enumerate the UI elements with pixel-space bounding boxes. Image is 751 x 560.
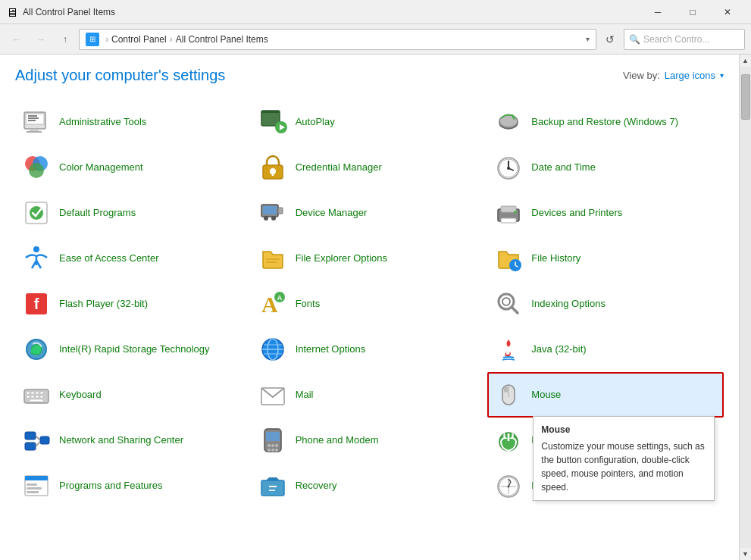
svg-rect-65: [40, 396, 43, 398]
up-button[interactable]: ↑: [55, 29, 76, 50]
view-by-arrow[interactable]: ▾: [720, 71, 724, 80]
device-manager-label: Device Manager: [296, 207, 368, 220]
recovery-icon: [258, 471, 288, 501]
credential-manager-label: Credential Manager: [296, 161, 382, 174]
svg-rect-77: [266, 432, 280, 441]
svg-rect-61: [40, 392, 43, 394]
items-grid: Administrative ToolsAutoPlayBackup and R…: [15, 99, 724, 508]
fonts-icon: AA: [258, 289, 288, 319]
item-administrative-tools[interactable]: Administrative Tools: [15, 99, 252, 145]
devices-printers-label: Devices and Printers: [531, 207, 622, 220]
item-devices-printers[interactable]: Devices and Printers: [487, 190, 724, 236]
color-management-icon: [21, 152, 52, 183]
svg-rect-62: [27, 396, 30, 398]
page-title: Adjust your computer's settings: [15, 67, 225, 84]
back-button[interactable]: ←: [6, 29, 27, 50]
mail-label: Mail: [296, 389, 314, 402]
recovery-label: Recovery: [296, 480, 337, 493]
scroll-thumb[interactable]: [741, 74, 750, 120]
mouse-tooltip: MouseCustomize your mouse settings, such…: [533, 416, 715, 501]
svg-point-81: [268, 449, 271, 452]
svg-point-24: [507, 167, 510, 170]
svg-rect-71: [25, 432, 36, 440]
internet-options-icon: [258, 334, 288, 364]
ease-of-access-icon: [21, 243, 52, 274]
content-header: Adjust your computer's settings View by:…: [15, 67, 724, 84]
svg-rect-60: [36, 392, 39, 394]
svg-rect-87: [25, 476, 48, 480]
flash-player-icon: f: [21, 289, 52, 319]
item-flash-player[interactable]: fFlash Player (32-bit): [15, 281, 252, 327]
view-by-control: View by: Large icons ▾: [623, 70, 724, 81]
item-default-programs[interactable]: Default Programs: [15, 190, 252, 236]
svg-rect-33: [501, 206, 516, 212]
file-explorer-options-label: File Explorer Options: [296, 252, 387, 265]
item-file-explorer-options[interactable]: File Explorer Options: [252, 236, 488, 281]
path-separator-1: ›: [105, 34, 108, 45]
search-icon: 🔍: [629, 34, 640, 45]
item-network-sharing[interactable]: Network and Sharing Center: [15, 418, 252, 463]
path-dropdown-arrow[interactable]: ▾: [586, 35, 590, 43]
svg-rect-8: [261, 111, 280, 113]
view-by-label: View by:: [623, 70, 660, 81]
scroll-up-button[interactable]: ▲: [740, 55, 752, 67]
phone-modem-icon: [258, 425, 288, 455]
item-intel-rapid-storage[interactable]: Intel(R) Rapid Storage Technology: [15, 327, 252, 372]
item-autoplay[interactable]: AutoPlay: [252, 99, 488, 145]
item-backup-restore[interactable]: Backup and Restore (Windows 7): [487, 99, 724, 145]
item-keyboard[interactable]: Keyboard: [15, 372, 252, 418]
refresh-button[interactable]: ↺: [599, 29, 621, 50]
default-programs-icon: [21, 198, 52, 228]
administrative-tools-label: Administrative Tools: [59, 116, 146, 129]
item-java[interactable]: Java (32-bit): [487, 327, 724, 372]
administrative-tools-icon: [21, 107, 52, 137]
minimize-button[interactable]: ─: [640, 0, 675, 24]
item-fonts[interactable]: AAFonts: [252, 281, 488, 327]
svg-text:f: f: [34, 296, 39, 312]
keyboard-label: Keyboard: [59, 389, 102, 402]
ease-of-access-label: Ease of Access Center: [59, 252, 159, 265]
forward-button[interactable]: →: [30, 29, 52, 50]
network-sharing-label: Network and Sharing Center: [59, 434, 183, 447]
default-programs-label: Default Programs: [59, 207, 136, 220]
view-by-value[interactable]: Large icons: [665, 70, 715, 81]
svg-rect-70: [504, 386, 508, 393]
item-indexing-options[interactable]: Indexing Options: [487, 281, 724, 327]
item-device-manager[interactable]: Device Manager: [252, 190, 488, 236]
intel-rapid-storage-icon: [21, 334, 52, 364]
mail-icon: [258, 380, 288, 410]
internet-options-label: Internet Options: [296, 343, 366, 356]
item-ease-of-access[interactable]: Ease of Access Center: [15, 236, 252, 281]
window-icon: 🖥: [6, 6, 18, 18]
mouse-icon: [493, 380, 524, 410]
svg-point-79: [271, 444, 274, 447]
item-recovery[interactable]: Recovery: [252, 463, 488, 508]
main-area: Adjust your computer's settings View by:…: [0, 55, 751, 560]
item-mouse[interactable]: MouseMouseCustomize your mouse settings,…: [487, 372, 724, 418]
tooltip-description: Customize your mouse settings, such as t…: [541, 440, 706, 494]
item-file-history[interactable]: File History: [487, 236, 724, 281]
item-programs-features[interactable]: Programs and Features: [15, 463, 252, 508]
scroll-down-button[interactable]: ▼: [740, 548, 752, 560]
address-path[interactable]: ⊞ › Control Panel › All Control Panel It…: [79, 29, 596, 50]
item-mail[interactable]: Mail: [252, 372, 488, 418]
svg-line-74: [36, 436, 40, 440]
scroll-track[interactable]: [740, 67, 751, 548]
device-manager-icon: [258, 198, 288, 228]
item-internet-options[interactable]: Internet Options: [252, 327, 488, 372]
intel-rapid-storage-label: Intel(R) Rapid Storage Technology: [59, 343, 210, 356]
item-phone-modem[interactable]: Phone and Modem: [252, 418, 488, 463]
close-button[interactable]: ✕: [710, 0, 745, 24]
item-color-management[interactable]: Color Management: [15, 145, 252, 190]
item-date-time[interactable]: Date and Time: [487, 145, 724, 190]
item-credential-manager[interactable]: Credential Manager: [252, 145, 488, 190]
mouse-label: Mouse: [531, 389, 561, 402]
file-explorer-options-icon: [258, 243, 288, 274]
svg-point-82: [271, 449, 274, 452]
credential-manager-icon: [258, 152, 288, 183]
path-current: All Control Panel Items: [176, 34, 268, 45]
svg-point-31: [271, 216, 276, 221]
maximize-button[interactable]: □: [675, 0, 710, 24]
svg-rect-72: [25, 443, 36, 450]
search-box[interactable]: 🔍 Search Contro...: [624, 29, 745, 50]
